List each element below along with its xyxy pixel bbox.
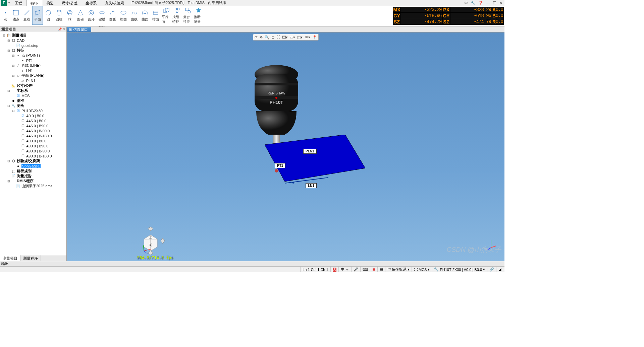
tree-node[interactable]: ⊟▱平面 (PLANE) [1,73,66,78]
tool-icon[interactable]: 🔧 [471,1,476,5]
tree-toggle-icon[interactable] [16,134,20,138]
vt-fit-icon[interactable]: ⛶ [276,35,280,39]
tree-tab-1[interactable]: 测量程序 [20,255,41,261]
tree-node[interactable]: ☑A0.0 | B0.0 [1,113,66,118]
vt-select-icon[interactable]: ▭▾ [290,35,295,40]
close-icon[interactable]: ✕ [499,1,502,5]
ribbon-成组特征[interactable]: 成组特征 [172,6,182,25]
tree-node[interactable]: ◆基准 [1,98,66,103]
tree-node[interactable]: 📄guozi.step [1,43,66,48]
tree-node[interactable]: /LN1 [1,68,66,73]
tree-toggle-icon[interactable]: ⊟ [2,33,6,37]
tree-toggle-icon[interactable]: ⊟ [7,179,10,183]
tree-node[interactable]: ☐A45.0 | B0.0 [1,118,66,123]
tree-toggle-icon[interactable] [16,59,20,62]
tree-toggle-icon[interactable] [16,139,20,143]
tree-node[interactable]: ☐A45.0 | B-180.0 [1,133,66,138]
status-kbd-icon[interactable]: ⌨ [363,267,368,272]
ribbon-圆柱[interactable]: 圆柱 [54,6,64,25]
tree-node[interactable]: ⊟•点 (POINT) [1,53,66,58]
vt-zoom-icon[interactable]: 🔍 [265,35,269,40]
tree-toggle-icon[interactable] [16,144,20,148]
tree-toggle-icon[interactable] [16,124,20,128]
tree-node[interactable]: ☐A45.0 | B90.0 [1,123,66,128]
tree-node[interactable]: ⊟/直线 (LINE) [1,63,66,68]
menu-工程[interactable]: 工程 [11,0,26,6]
status-mic-icon[interactable]: 🎤 [354,267,358,272]
tree-toggle-icon[interactable]: ⊟ [7,159,10,163]
tree-toggle-icon[interactable] [7,169,10,173]
app-menu-dropdown[interactable]: ▾ [7,0,11,6]
tree-toggle-icon[interactable] [11,94,15,97]
tree-node[interactable]: ☐A90.0 | B90.0 [1,143,66,148]
ribbon-圆弧[interactable]: 圆弧 [107,6,118,25]
minimize-icon[interactable]: — [486,1,490,5]
tree-toggle-icon[interactable] [7,99,10,102]
tree-node[interactable]: ☐A90.0 | B0.0 [1,138,66,143]
help-icon[interactable]: ❓ [478,1,483,5]
tree-toggle-icon[interactable] [11,164,15,168]
tree-node[interactable]: ⬚路径规划 [1,168,66,174]
tree-node[interactable]: ⊟☐特征 [1,48,66,53]
ribbon-平行面[interactable]: 平行面 [161,6,172,25]
tree-node[interactable]: ⊟DMIS程序 [1,179,66,184]
ribbon-槽面[interactable]: 槽面 [150,6,161,25]
menu-测头/校验规[interactable]: 测头/校验规 [101,0,128,6]
tree-node[interactable]: 📐尺寸/公差 [1,83,66,88]
panel-close-icon[interactable]: × [63,27,65,31]
settings-icon[interactable]: ⚙ [464,1,468,5]
tree-node[interactable]: ☐A90.0 | B-90.0 [1,148,66,153]
pin-icon[interactable]: 📌 [58,27,62,31]
tree-node[interactable]: 📄山涧果子2025.dms [1,184,66,189]
vt-move-icon[interactable]: ✥ [260,35,263,40]
tree-toggle-icon[interactable]: ⊟ [7,104,10,108]
tree-toggle-icon[interactable] [7,174,10,178]
tree-toggle-icon[interactable] [16,114,20,118]
tree-toggle-icon[interactable] [16,69,20,72]
ribbon-圆[interactable]: 圆 [43,6,54,25]
vt-view-icon[interactable]: 🗔▾ [282,35,288,40]
tree-toggle-icon[interactable]: ⊟ [7,89,10,92]
ribbon-曲线[interactable]: 曲线 [129,6,140,25]
tree-node[interactable]: ⊟☑PH10T-2X30 [1,108,66,113]
output-panel-header[interactable]: 输出 [0,261,504,266]
menu-构造[interactable]: 构造 [42,0,58,6]
ribbon-球[interactable]: 球 [64,6,75,25]
tree-node[interactable]: ●SphGage1 [1,163,66,168]
nav-cube[interactable]: 上 前 [134,224,167,258]
tree-toggle-icon[interactable]: ⊟ [11,54,15,57]
tree-node[interactable]: 📄测量报告 [1,174,66,179]
tree-toggle-icon[interactable]: ⊟ [7,39,10,42]
tree-toggle-icon[interactable]: ⊟ [11,109,15,113]
ribbon-推断测量[interactable]: 推断测量 [193,6,204,25]
status-ime[interactable]: S [330,267,338,272]
ribbon-平面[interactable]: 平面 [32,6,43,25]
feature-label-ln1[interactable]: LN1 [306,183,317,188]
tree-node[interactable]: ▱PLN1 [1,78,66,83]
tree-node[interactable]: ⊟📋测量项目 [1,33,66,38]
tree-toggle-icon[interactable] [16,129,20,133]
tree-toggle-icon[interactable] [16,154,20,158]
vt-zoomwin-icon[interactable]: ⊡ [271,35,274,40]
menu-特征[interactable]: 特征 [26,0,42,6]
vt-pin-icon[interactable]: 📍 [312,35,317,40]
tree-toggle-icon[interactable] [7,84,10,87]
tree-toggle-icon[interactable] [16,149,20,153]
ribbon-圆环[interactable]: 圆环 [86,6,97,25]
menu-尺寸/公差[interactable]: 尺寸/公差 [58,0,82,6]
viewport-canvas[interactable]: ⟳ ✥ 🔍 ⊡ ⛶ 🗔▾ ▭▾ ◫▾ 👁▾ 📍 [67,32,504,261]
tree-node[interactable]: ⊟☐CAD [1,38,66,43]
ribbon-圆锥[interactable]: 圆锥 [75,6,86,25]
tree-node[interactable]: ⊟坐标系 [1,88,66,93]
status-lang[interactable]: 中 ⏷ [338,267,351,272]
status-coordsys[interactable]: ⬚ 角坐标系 ▾ [385,267,412,272]
tree-toggle-icon[interactable]: ⊟ [11,74,15,77]
feature-label-pln1[interactable]: PLN1 [303,149,317,154]
maximize-icon[interactable]: ☐ [493,1,496,5]
tree-node[interactable]: ⊟🔧测头 [1,103,66,108]
ribbon-点[interactable]: 点 [0,6,11,25]
vt-refresh-icon[interactable]: ⟳ [255,35,258,40]
tree-node[interactable]: ☑MCS [1,93,66,98]
ribbon-曲面[interactable]: 曲面 [140,6,150,25]
ribbon-直线[interactable]: 直线 [21,6,32,25]
